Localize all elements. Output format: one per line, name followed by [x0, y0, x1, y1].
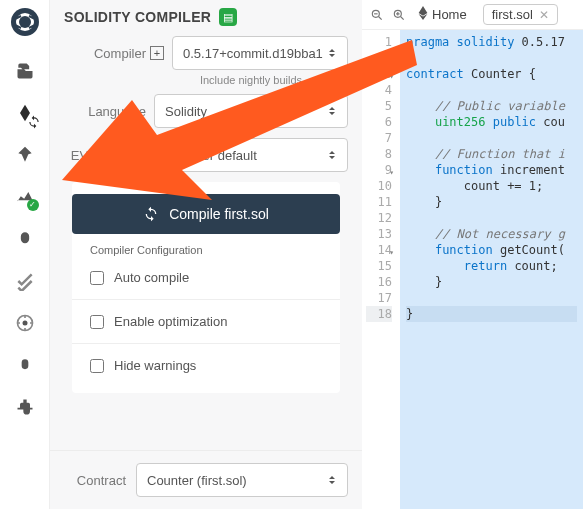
- ethereum-icon: [418, 6, 428, 23]
- bug-report-icon[interactable]: [13, 353, 37, 377]
- file-explorer-icon[interactable]: [13, 59, 37, 83]
- language-label: Language: [64, 104, 146, 119]
- chevron-updown-icon: [327, 148, 337, 163]
- add-compiler-icon[interactable]: +: [150, 46, 164, 60]
- nightly-hint: Include nightly builds: [64, 74, 348, 86]
- tests-icon[interactable]: [13, 269, 37, 293]
- close-tab-icon[interactable]: ✕: [539, 8, 549, 22]
- docs-badge-icon[interactable]: ▤: [219, 8, 237, 26]
- editor-area: Home first.sol ✕ 123▾456789▾1011121314▾1…: [362, 0, 583, 509]
- home-tab[interactable]: Home: [412, 6, 473, 23]
- zoom-out-icon[interactable]: [368, 6, 386, 24]
- language-select[interactable]: Solidity: [154, 94, 348, 128]
- sync-badge-icon: [27, 115, 41, 129]
- code-editor[interactable]: 123▾456789▾1011121314▾15161718 pragma so…: [362, 30, 583, 509]
- icon-sidebar: [0, 0, 50, 509]
- debugger-icon[interactable]: [13, 227, 37, 251]
- deploy-icon[interactable]: [13, 143, 37, 167]
- evm-select[interactable]: compiler default: [154, 138, 348, 172]
- line-gutter: 123▾456789▾1011121314▾15161718: [362, 30, 400, 509]
- compile-button[interactable]: Compile first.sol: [72, 194, 340, 234]
- refresh-icon: [143, 206, 159, 222]
- chevron-updown-icon: [327, 104, 337, 119]
- hide-warnings-label: Hide warnings: [114, 358, 196, 373]
- chevron-updown-icon: [327, 473, 337, 488]
- contract-label: Contract: [64, 473, 126, 488]
- compiler-label: Compiler: [64, 46, 146, 61]
- optimize-check[interactable]: Enable optimization: [72, 300, 340, 344]
- remix-logo-icon: [9, 6, 41, 41]
- chevron-updown-icon: [327, 46, 337, 61]
- panel-title: SOLIDITY COMPILER: [64, 9, 211, 25]
- compiler-panel: SOLIDITY COMPILER ▤ Compiler + 0.5.17+co…: [50, 0, 362, 509]
- compiler-select[interactable]: 0.5.17+commit.d19bba1: [172, 36, 348, 70]
- config-header: Compiler Configuration: [72, 244, 340, 256]
- plugin-manager-icon[interactable]: [13, 311, 37, 335]
- svg-point-2: [19, 16, 31, 28]
- settings-icon[interactable]: [13, 395, 37, 419]
- compile-button-label: Compile first.sol: [169, 206, 269, 222]
- contract-select[interactable]: Counter (first.sol): [136, 463, 348, 497]
- file-tab[interactable]: first.sol ✕: [483, 4, 558, 25]
- analysis-icon[interactable]: [13, 185, 37, 209]
- compiler-icon[interactable]: [13, 101, 37, 125]
- evm-select-value: compiler default: [165, 148, 257, 163]
- svg-point-4: [22, 321, 27, 326]
- zoom-in-icon[interactable]: [390, 6, 408, 24]
- compiler-select-value: 0.5.17+commit.d19bba1: [183, 46, 323, 61]
- code-content[interactable]: pragma solidity 0.5.17 contract Counter …: [400, 30, 583, 509]
- language-select-value: Solidity: [165, 104, 207, 119]
- contract-select-value: Counter (first.sol): [147, 473, 247, 488]
- hide-warnings-check[interactable]: Hide warnings: [72, 344, 340, 387]
- file-tab-label: first.sol: [492, 7, 533, 22]
- auto-compile-check[interactable]: Auto compile: [72, 256, 340, 300]
- check-badge-icon: [27, 199, 39, 211]
- optimize-checkbox[interactable]: [90, 315, 104, 329]
- editor-tabbar: Home first.sol ✕: [362, 0, 583, 30]
- auto-compile-checkbox[interactable]: [90, 271, 104, 285]
- auto-compile-label: Auto compile: [114, 270, 189, 285]
- home-tab-label: Home: [432, 7, 467, 22]
- hide-warnings-checkbox[interactable]: [90, 359, 104, 373]
- optimize-label: Enable optimization: [114, 314, 227, 329]
- evm-label: EVM Version: [64, 148, 146, 163]
